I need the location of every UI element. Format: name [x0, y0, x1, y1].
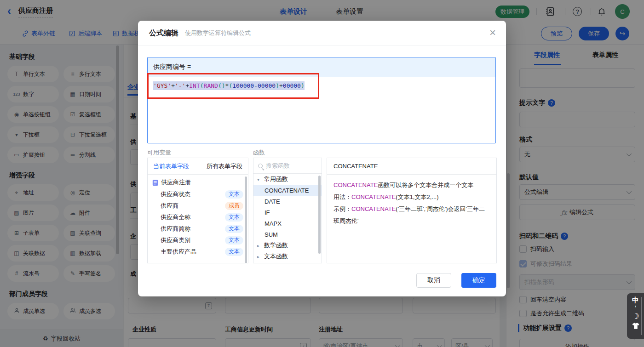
- type-badge: 文本: [225, 236, 243, 245]
- formula-code[interactable]: 'GYS'+'-'+INT(RAND()*(100000-00000)+0000…: [148, 77, 495, 95]
- type-badge: 文本: [225, 225, 243, 233]
- description-title: CONCATENATE: [327, 158, 496, 175]
- formula-edit-dialog: 公式编辑 使用数学运算符编辑公式 × 供应商编号 = 'GYS'+'-'+INT…: [138, 21, 506, 296]
- functions-scrollbar[interactable]: [318, 176, 321, 254]
- group-common-functions[interactable]: ▾ 常用函数: [253, 174, 322, 185]
- close-icon[interactable]: ×: [489, 27, 496, 39]
- formula-editor[interactable]: 供应商编号 = 'GYS'+'-'+INT(RAND()*(100000-000…: [147, 57, 496, 143]
- variables-scrollbar[interactable]: [245, 176, 247, 263]
- shirt-icon[interactable]: [632, 322, 640, 331]
- variable-row[interactable]: 供应商类别文本: [148, 234, 248, 246]
- variables-label: 可用变量: [147, 148, 171, 157]
- variable-name: 供应商: [161, 202, 178, 210]
- formula-token: '-': [175, 82, 185, 89]
- ime-mode-icon[interactable]: 中: [632, 296, 639, 305]
- usage-prefix: 用法：: [334, 193, 351, 200]
- formula-target: 供应商编号 =: [148, 57, 495, 77]
- variable-row[interactable]: 主要供应产品文本: [148, 246, 248, 257]
- formula-token: -: [254, 82, 258, 89]
- form-icon: [152, 179, 158, 186]
- variable-name: 主要供应产品: [161, 248, 196, 256]
- functions-label: 函数: [253, 148, 265, 157]
- type-badge: 文本: [225, 213, 243, 222]
- function-item-sum[interactable]: SUM: [253, 229, 322, 240]
- dialog-title: 公式编辑: [149, 28, 178, 38]
- example-prefix: 示例：: [334, 205, 351, 212]
- formula-token: 00000: [258, 82, 276, 89]
- variable-row[interactable]: 供应商成员: [148, 200, 248, 211]
- search-placeholder: 搜索函数: [266, 162, 290, 170]
- formula-token: +: [171, 82, 175, 89]
- ime-indicator-line: [641, 297, 642, 335]
- chevron-right-icon: ▸: [257, 254, 262, 259]
- functions-panel: 搜索函数 ▾ 常用函数 CONCATENATE DATE IF MAPX SUM…: [253, 158, 322, 263]
- formula-token: ): [222, 82, 225, 89]
- description-line: 示例：CONCATENATE('三年二班','周杰伦')会返回'三年二班周杰伦': [334, 203, 490, 227]
- function-name: CONCATENATE: [334, 182, 378, 188]
- chevron-right-icon: ▸: [257, 243, 262, 248]
- tab-all-form-fields[interactable]: 所有表单字段: [207, 162, 242, 171]
- tab-current-form-fields[interactable]: 当前表单字段: [153, 162, 189, 171]
- group-label: 数学函数: [264, 241, 288, 250]
- variable-name: 供应商全称: [161, 213, 190, 222]
- function-name: CONCATENATE: [351, 193, 396, 200]
- formula-token: 'GYS': [153, 82, 171, 89]
- chevron-down-icon: ▾: [257, 177, 262, 182]
- type-badge: 文本: [225, 190, 243, 199]
- formula-target-label: 供应商编号 =: [153, 63, 191, 71]
- moon-icon[interactable]: ☽: [632, 311, 639, 321]
- function-item-mapx[interactable]: MAPX: [253, 218, 322, 229]
- formula-token: (: [200, 82, 204, 89]
- cancel-button[interactable]: 取消: [416, 273, 451, 288]
- group-label: 常用函数: [264, 175, 288, 183]
- formula-token: +: [279, 82, 283, 89]
- tree-root-form[interactable]: 供应商注册: [148, 176, 248, 188]
- description-line: 用法：CONCATENATE(文本1,文本2,...): [334, 191, 490, 203]
- search-icon: [258, 164, 263, 168]
- group-label: 文本函数: [264, 252, 288, 261]
- description-body: CONCATENATE函数可以将多个文本合并成一个文本 用法：CONCATENA…: [327, 175, 496, 232]
- confirm-button[interactable]: 确定: [461, 273, 496, 288]
- dialog-header: 公式编辑 使用数学运算符编辑公式: [138, 21, 506, 46]
- app-root: ‹ 供应商注册 表单设计 表单设置 数据管理 ? C: [0, 0, 644, 347]
- formula-token: RAND: [204, 82, 218, 89]
- formula-token: (: [218, 82, 222, 89]
- dialog-subtitle: 使用数学运算符编辑公式: [185, 29, 251, 37]
- description-text: (文本1,文本2,...): [396, 193, 438, 200]
- function-item-concatenate[interactable]: CONCATENATE: [253, 185, 322, 196]
- group-text-functions[interactable]: ▸ 文本函数: [253, 251, 322, 262]
- tree-root-label: 供应商注册: [161, 178, 191, 187]
- variable-row[interactable]: 供应商全称文本: [148, 211, 248, 223]
- variable-name: 供应商类别: [161, 236, 190, 245]
- function-item-date[interactable]: DATE: [253, 196, 322, 207]
- function-description-panel: CONCATENATE CONCATENATE函数可以将多个文本合并成一个文本 …: [327, 158, 497, 263]
- description-text: 函数可以将多个文本合并成一个文本: [378, 182, 473, 188]
- formula-selection: 'GYS'+'-'+INT(RAND()*(100000-00000)+0000…: [153, 81, 305, 90]
- variable-name: 供应商简称: [161, 225, 190, 233]
- formula-token: ): [301, 82, 305, 89]
- function-search[interactable]: 搜索函数: [253, 158, 322, 174]
- function-name: CONCATENATE: [351, 205, 396, 212]
- variables-panel: 当前表单字段 所有表单字段 供应商注册 供应商状态文本 供应商成员 供应商全称文…: [147, 158, 248, 263]
- variable-name: 供应商状态: [161, 190, 190, 199]
- group-math-functions[interactable]: ▸ 数学函数: [253, 240, 322, 251]
- variables-tabs: 当前表单字段 所有表单字段: [148, 158, 248, 175]
- description-line: CONCATENATE函数可以将多个文本合并成一个文本: [334, 179, 490, 191]
- formula-token: INT: [189, 82, 200, 89]
- ime-toolbar[interactable]: 中 ’ ☽: [627, 293, 644, 339]
- formula-token: ): [276, 82, 279, 89]
- function-item-if[interactable]: IF: [253, 207, 322, 218]
- type-badge: 成员: [225, 202, 243, 210]
- formula-token: 100000: [232, 82, 254, 89]
- ime-punctuation-icon[interactable]: ’: [635, 306, 636, 310]
- variable-row[interactable]: 供应商简称文本: [148, 223, 248, 234]
- type-badge: 文本: [225, 248, 243, 256]
- formula-token: 00000: [283, 82, 301, 89]
- variable-row[interactable]: 供应商状态文本: [148, 188, 248, 200]
